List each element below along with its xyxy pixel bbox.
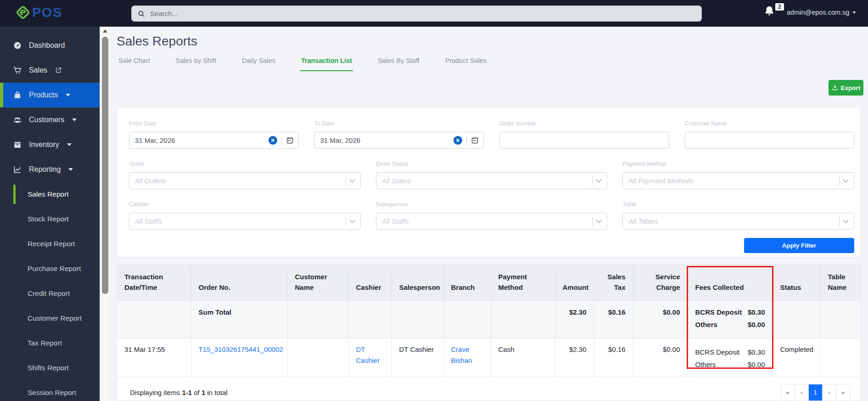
chevron-down-icon [72, 119, 77, 121]
payment-method-select[interactable]: All Payment Methods [622, 172, 854, 189]
sidebar-item-customer-report[interactable]: Customer Report [0, 306, 100, 331]
fee-value: $0.30 [748, 347, 765, 358]
cell-status: Completed [773, 338, 820, 377]
export-button[interactable]: Export [829, 80, 863, 96]
vertical-scrollbar[interactable] [100, 27, 110, 401]
scrollbar-thumb[interactable] [102, 37, 108, 294]
sidebar-item-reporting[interactable]: Reporting [0, 157, 100, 182]
branch-link[interactable]: Crave Bishan [451, 345, 472, 364]
sidebar-item-purchase-report[interactable]: Purchase Report [0, 256, 100, 281]
sidebar-item-label: Reporting [29, 165, 61, 174]
sidebar-item-customers[interactable]: Customers [0, 107, 100, 132]
sidebar-item-credit-report[interactable]: Credit Report [0, 281, 100, 306]
scroll-up-arrow-icon[interactable] [103, 29, 107, 33]
sidebar-subitem-label: Customer Report [28, 314, 82, 322]
cashier-select[interactable]: All Staffs [129, 213, 361, 230]
tab-transaction-list[interactable]: Transaction List [300, 53, 353, 71]
sidebar-subitem-label: Credit Report [28, 289, 70, 298]
fee-name: Others [695, 319, 742, 330]
tab-sales-by-shift[interactable]: Sales by Shift [175, 53, 218, 71]
sidebar-item-receipt-report[interactable]: Receipt Report [0, 232, 100, 256]
transactions-table-card: Transaction Date/Time Order No. Customer… [117, 265, 861, 401]
speedometer-icon [13, 41, 22, 50]
table-placeholder: All Tables [628, 217, 835, 225]
sum-total-label: Sum Total [191, 300, 287, 338]
tab-sale-chart[interactable]: Sale Chart [118, 53, 151, 71]
table-select[interactable]: All Tables [622, 213, 854, 230]
table-footer: Displaying items 1-1 of 1 in total « ‹ 1… [117, 377, 861, 401]
to-date-label: To Date [314, 120, 484, 127]
page-title: Sales Reports [117, 34, 197, 49]
col-customer-name: Customer Name [287, 265, 348, 300]
calendar-icon[interactable] [286, 136, 294, 144]
export-label: Export [841, 85, 861, 91]
order-number-label: Order Number [499, 120, 669, 127]
notifications-button[interactable]: 2 [763, 5, 784, 23]
apply-filter-button[interactable]: Apply Filter [744, 238, 854, 253]
cell-branch: Crave Bishan [443, 338, 491, 377]
pagination-first-button[interactable]: « [781, 384, 795, 401]
divider [839, 217, 840, 226]
sidebar-item-tax-report[interactable]: Tax Report [0, 331, 100, 356]
clear-from-date-icon[interactable] [269, 136, 277, 145]
cell-payment: Cash [491, 338, 555, 377]
calendar-icon[interactable] [471, 136, 479, 144]
logo-text: POS [32, 5, 62, 20]
sidebar-item-products[interactable]: Products [0, 83, 100, 107]
salesperson-select[interactable]: All Staffs [376, 213, 608, 230]
order-no-link[interactable]: T15_310326175441_00002 [199, 345, 283, 353]
chevron-down-icon [596, 217, 602, 223]
tab-daily-sales[interactable]: Daily Sales [241, 53, 276, 71]
external-link-icon [55, 67, 62, 73]
sidebar-item-shifts-report[interactable]: Shifts Report [0, 356, 100, 380]
cell-service-charge: $0.00 [633, 338, 688, 377]
cart-icon [13, 66, 22, 75]
order-status-placeholder: All Status [382, 177, 588, 185]
to-date-input[interactable]: 31 Mar, 2026 [314, 132, 484, 149]
cell-empty [117, 300, 191, 338]
order-status-select[interactable]: All Status [376, 172, 608, 189]
cashier-link[interactable]: DT Cashier [356, 345, 380, 364]
sidebar-item-dashboard[interactable]: Dashboard [0, 33, 100, 58]
col-status: Status [773, 265, 820, 300]
from-date-value: 31 Mar, 2026 [135, 136, 269, 144]
outlet-select[interactable]: All Outlets [129, 172, 361, 189]
cell-customer [287, 338, 348, 377]
sidebar-item-stock-report[interactable]: Stock Report [0, 207, 100, 232]
pagination-last-button[interactable]: » [836, 384, 850, 401]
fee-value: $0.30 [748, 307, 765, 318]
top-bar: POS Search... 2 admin@epos.com.sg [0, 0, 868, 27]
summary-total: 1 [202, 389, 205, 396]
sidebar-subitem-label: Shifts Report [28, 364, 69, 372]
pagination-next-button[interactable]: › [822, 384, 836, 401]
sum-fees-collected: BCRS Deposit $0.30 Others $0.00 [688, 300, 773, 338]
sidebar-item-sales-report[interactable]: Sales Report [0, 182, 100, 207]
epos-logo[interactable]: POS [15, 5, 62, 20]
search-placeholder: Search... [150, 10, 178, 17]
download-icon [832, 85, 838, 91]
sidebar-item-label: Dashboard [29, 41, 65, 50]
notification-count-badge: 2 [774, 2, 785, 11]
sidebar-item-inventory[interactable]: Inventory [0, 132, 100, 157]
pagination: « ‹ 1 › » [780, 384, 850, 401]
fee-name: BCRS Deposit [695, 347, 742, 358]
col-sales-tax: Sales Tax [594, 265, 633, 300]
cell-empty [820, 300, 861, 338]
cell-empty [287, 300, 348, 338]
table-header-row: Transaction Date/Time Order No. Customer… [117, 265, 861, 300]
order-number-input[interactable] [499, 132, 669, 149]
cell-order-no: T15_310326175441_00002 [191, 338, 287, 377]
tab-product-sales[interactable]: Product Sales [444, 53, 487, 71]
search-input[interactable]: Search... [131, 6, 702, 22]
user-menu[interactable]: admin@epos.com.sg [787, 9, 856, 16]
sidebar-item-session-report[interactable]: Session Report [0, 380, 100, 401]
tab-sales-by-staff[interactable]: Sales By Staff [377, 53, 420, 71]
sidebar-item-sales[interactable]: Sales [0, 58, 100, 83]
pagination-prev-button[interactable]: ‹ [795, 384, 808, 401]
clear-to-date-icon[interactable] [454, 136, 462, 145]
outlet-label: Outlet [129, 161, 361, 167]
to-date-value: 31 Mar, 2026 [320, 136, 454, 144]
from-date-input[interactable]: 31 Mar, 2026 [129, 132, 299, 149]
customer-name-input[interactable] [685, 132, 855, 149]
pagination-page-1-button[interactable]: 1 [808, 384, 822, 401]
